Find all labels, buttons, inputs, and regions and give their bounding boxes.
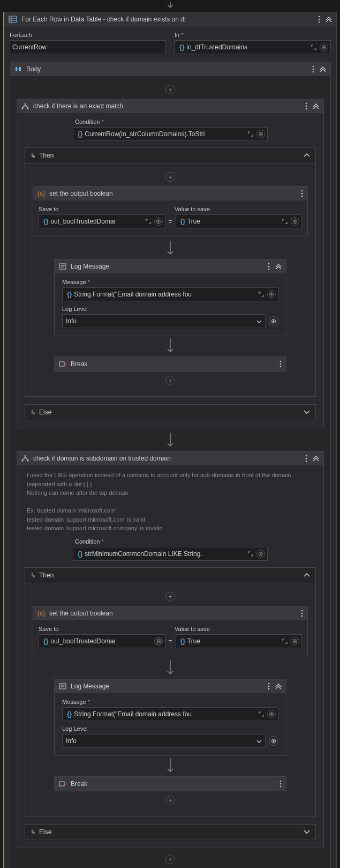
collapse-icon[interactable] xyxy=(320,66,326,72)
more-icon[interactable] xyxy=(301,190,303,197)
more-icon[interactable] xyxy=(279,780,282,788)
collapse-icon[interactable] xyxy=(313,103,319,109)
foreach-value-input[interactable]: CurrentRow xyxy=(10,40,166,54)
body-sequence[interactable]: Body + check if there is an exact match xyxy=(10,62,331,868)
log-message-activity[interactable]: Log Message Message * xyxy=(54,679,286,756)
plus-icon[interactable]: ⊕ xyxy=(267,710,276,718)
connector-arrow xyxy=(17,431,324,451)
svg-point-18 xyxy=(301,190,303,192)
plus-icon[interactable]: ⊕ xyxy=(267,290,276,299)
assign-header[interactable]: (x) set the output boolean xyxy=(33,606,307,620)
add-activity-button[interactable]: + xyxy=(33,588,308,606)
add-activity-button[interactable]: + xyxy=(17,80,324,99)
expand-icon[interactable] xyxy=(246,549,255,559)
expand-icon[interactable]: ⊕ xyxy=(154,637,163,646)
expand-icon[interactable] xyxy=(280,636,290,646)
plus-icon[interactable]: ⊕ xyxy=(256,130,265,138)
foreach-header[interactable]: For Each Row in Data Table - check if do… xyxy=(4,12,336,26)
if2-header[interactable]: check if domain is subdomain on trusted … xyxy=(17,451,323,465)
plus-icon[interactable]: ⊕ xyxy=(154,217,163,226)
message-input[interactable]: {} String.Format("Email domain address f… xyxy=(62,707,278,721)
log-header[interactable]: Log Message xyxy=(55,259,286,273)
add-activity-button[interactable]: + xyxy=(17,850,324,869)
if-activity-2[interactable]: check if domain is subdomain on trusted … xyxy=(17,451,324,848)
more-icon[interactable] xyxy=(268,682,270,690)
svg-point-51 xyxy=(280,783,282,784)
collapse-icon[interactable] xyxy=(326,16,332,23)
if-activity-1[interactable]: check if there is an exact match Conditi… xyxy=(17,99,324,428)
svg-line-29 xyxy=(64,364,66,366)
then-header[interactable]: ↳ Then xyxy=(25,567,316,583)
assign-activity[interactable]: (x) set the output boolean Save to Value… xyxy=(33,606,308,656)
break-activity[interactable]: Break xyxy=(54,776,286,791)
loglevel-select[interactable]: Info xyxy=(62,734,266,748)
message-input[interactable]: {} String.Format("Email domain address f… xyxy=(62,287,278,301)
saveto-input[interactable]: {} out_boolTrustedDomai ⊕ xyxy=(39,634,165,648)
chevron-down-icon xyxy=(256,317,262,325)
loglevel-select[interactable]: Info xyxy=(62,314,266,328)
expand-icon[interactable] xyxy=(280,217,290,226)
add-activity-button[interactable]: + xyxy=(33,791,308,810)
expand-icon[interactable] xyxy=(309,42,319,52)
saveto-input[interactable]: {} out_boolTrustedDomai ⊕ xyxy=(39,214,165,228)
more-icon[interactable] xyxy=(268,263,270,270)
chevron-down-icon[interactable] xyxy=(304,830,310,834)
body-header[interactable]: Body xyxy=(10,62,330,76)
expression-icon: {} xyxy=(75,550,85,558)
expand-icon[interactable] xyxy=(246,129,255,139)
message-label: Message * xyxy=(62,699,278,705)
chevron-up-icon[interactable] xyxy=(304,153,310,158)
in-value-input[interactable]: {} in_dtTrustedDomains ⊕ xyxy=(175,40,331,54)
add-activity-button[interactable]: + xyxy=(33,372,308,390)
assign-activity[interactable]: (x) set the output boolean Save to xyxy=(33,186,308,236)
chevron-down-icon[interactable] xyxy=(304,410,310,414)
expand-icon[interactable] xyxy=(256,709,266,719)
log-header[interactable]: Log Message xyxy=(55,679,286,693)
more-icon[interactable] xyxy=(305,102,307,110)
plus-icon[interactable]: ⊕ xyxy=(320,43,328,51)
collapse-icon[interactable] xyxy=(275,263,282,270)
log-message-activity[interactable]: Log Message Message * xyxy=(54,259,286,336)
if2-annotation: I used the LIKE operation instead of a c… xyxy=(25,471,316,538)
more-icon[interactable] xyxy=(301,610,303,617)
assign-header[interactable]: (x) set the output boolean xyxy=(33,187,307,201)
more-icon[interactable] xyxy=(312,65,314,73)
svg-point-11 xyxy=(313,69,314,70)
else-header[interactable]: ↳ Else xyxy=(25,824,316,840)
then-header[interactable]: ↳ Then xyxy=(25,147,316,164)
more-icon[interactable] xyxy=(305,455,307,462)
expand-icon[interactable] xyxy=(143,217,153,226)
plus-icon[interactable]: ⊕ xyxy=(269,736,278,746)
svg-point-19 xyxy=(301,193,303,195)
svg-point-50 xyxy=(280,780,282,782)
more-icon[interactable] xyxy=(318,16,320,23)
break-activity[interactable]: Break xyxy=(54,357,286,372)
value-input[interactable]: {} True ⊕ xyxy=(176,634,303,648)
body-title: Body xyxy=(26,65,308,73)
log-icon xyxy=(59,683,66,689)
value-input[interactable]: {} True ⊕ xyxy=(176,214,303,228)
else-arrow-icon: ↳ xyxy=(31,409,36,416)
svg-point-37 xyxy=(306,461,307,462)
plus-icon[interactable]: ⊕ xyxy=(269,316,278,326)
plus-icon[interactable]: ⊕ xyxy=(256,550,265,558)
collapse-icon[interactable] xyxy=(275,683,282,689)
message-label: Message * xyxy=(62,279,278,285)
condition-input[interactable]: {} CurrentRow(in_strColumnDomains).ToStr… xyxy=(73,127,268,141)
break-icon xyxy=(59,361,66,367)
collapse-icon[interactable] xyxy=(313,455,319,462)
if1-header[interactable]: check if there is an exact match xyxy=(17,99,323,113)
foreach-activity[interactable]: For Each Row in Data Table - check if do… xyxy=(3,12,337,868)
plus-icon[interactable]: ⊕ xyxy=(291,217,299,226)
chevron-up-icon[interactable] xyxy=(304,573,310,577)
else-header[interactable]: ↳ Else xyxy=(25,404,316,420)
plus-icon[interactable]: ⊕ xyxy=(291,637,299,646)
expand-icon[interactable] xyxy=(256,290,266,299)
svg-point-25 xyxy=(268,266,270,268)
more-icon[interactable] xyxy=(279,360,282,368)
variable-icon: (x) xyxy=(37,610,45,617)
add-activity-button[interactable]: + xyxy=(33,168,308,186)
expression-icon: {} xyxy=(75,130,85,138)
condition-input[interactable]: {} strMinimumCommonDomain LIKE String. ⊕ xyxy=(73,547,268,561)
plus-icon[interactable]: ⊕ xyxy=(156,637,162,646)
